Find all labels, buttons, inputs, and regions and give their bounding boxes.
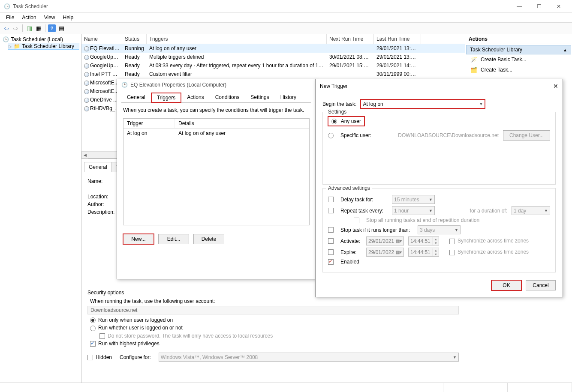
security-hint: When running the task, use the following… (90, 298, 459, 304)
advanced-legend: Advanced settings (326, 185, 372, 191)
prop-dlg-title: EQ Elevation Properties (Local Computer) (130, 82, 226, 88)
chk-sync2 (449, 250, 455, 255)
help-icon[interactable]: ? (48, 24, 56, 32)
delete-button[interactable]: Delete (193, 234, 224, 244)
titlebar: 🕒 Task Scheduler — ☐ ✕ (0, 0, 572, 13)
chk-delay[interactable] (328, 197, 334, 202)
table-row[interactable]: GoogleUpda... Ready Multiple triggers de… (81, 53, 465, 61)
opt-label: Enabled (340, 259, 359, 265)
combo-value: 1 day (514, 208, 526, 214)
tree-root[interactable]: 🕒 Task Scheduler (Local) (2, 36, 79, 43)
repeat-combo: 1 hour▼ (392, 206, 435, 215)
opt-label: Hidden (96, 354, 112, 360)
chk-expire[interactable] (328, 249, 334, 255)
calendar-icon: ▦▾ (396, 239, 402, 243)
dialog-close-icon[interactable]: ✕ (553, 83, 558, 90)
duration-label: for a duration of: (470, 208, 507, 214)
col-name[interactable]: Name (81, 34, 122, 44)
refresh-icon[interactable]: ▥ (25, 24, 33, 32)
opt-label: Stop all running tasks at end of repetit… (366, 217, 479, 223)
ok-button[interactable]: OK (491, 280, 521, 290)
cell: Ready (122, 62, 147, 69)
edit-button[interactable]: Edit... (158, 234, 189, 244)
radio-logged-on[interactable] (90, 317, 96, 323)
col-next[interactable]: Next Run Time (327, 34, 374, 44)
opt-label: Synchronize across time zones (458, 238, 529, 244)
radio-specific-user[interactable] (328, 133, 334, 138)
col-trigger[interactable]: Trigger (123, 119, 175, 128)
menu-action[interactable]: Action (18, 14, 39, 21)
separator (45, 24, 45, 32)
combo-value: Windows Vista™, Windows Server™ 2008 (161, 354, 258, 360)
cancel-button[interactable]: Cancel (526, 280, 556, 290)
opt-label: Run with highest privileges (98, 341, 160, 347)
chevron-down-icon: ▼ (542, 209, 548, 213)
clock-icon: 🕒 (3, 36, 9, 42)
back-icon[interactable]: ⇦ (3, 24, 10, 32)
action-create-basic[interactable]: 🪄 Create Basic Task... (466, 54, 571, 65)
col-status[interactable]: Status (122, 34, 147, 44)
chk-highest-priv[interactable] (90, 341, 96, 347)
menubar: File Action View Help (0, 13, 572, 22)
task-icon (84, 106, 89, 111)
tab-conditions[interactable]: Conditions (210, 93, 245, 103)
tab-settings[interactable]: Settings (245, 93, 274, 103)
table-row[interactable]: GoogleUpda... Ready At 08:33 every day -… (81, 61, 465, 70)
col-last[interactable]: Last Run Time (374, 34, 421, 44)
properties-icon[interactable]: ▦ (35, 24, 42, 32)
chk-stop-long[interactable] (328, 227, 334, 233)
begin-combo[interactable]: At log on ▼ (361, 99, 485, 108)
radio-logged-off[interactable] (90, 326, 96, 331)
combo-value: At log on (363, 101, 383, 107)
tab-general[interactable]: General (84, 162, 112, 172)
spin-up-icon: ▲ (433, 237, 439, 241)
chk-repeat[interactable] (328, 208, 334, 213)
close-button[interactable]: ✕ (549, 0, 569, 13)
tab-general[interactable]: General (121, 93, 151, 103)
opt-label: Synchronize across time zones (458, 249, 529, 255)
col-details[interactable]: Details (175, 119, 309, 128)
separator (22, 24, 23, 32)
chk-activate[interactable] (328, 238, 334, 244)
spin-up-icon: ▲ (433, 248, 439, 252)
task-icon (84, 72, 89, 77)
scroll-left-icon[interactable]: ◀ (81, 152, 88, 159)
chk-no-password (99, 333, 105, 339)
chevron-down-icon: ▼ (476, 102, 483, 106)
chk-sync1 (449, 239, 455, 244)
configure-combo[interactable]: Windows Vista™, Windows Server™ 2008▼ (159, 353, 459, 362)
chk-hidden[interactable] (87, 355, 93, 360)
menu-view[interactable]: View (41, 14, 59, 21)
duration-combo: 1 day▼ (512, 206, 550, 215)
minimize-button[interactable]: — (509, 0, 529, 13)
tab-actions[interactable]: Actions (181, 93, 209, 103)
tree-library[interactable]: ▷ 📁 Task Scheduler Library (8, 43, 79, 50)
date-value: 29/01/2022 (368, 249, 394, 255)
actions-header: Actions (465, 34, 572, 44)
trigger-list[interactable]: Trigger Details At log on At log on of a… (123, 118, 310, 225)
cell: At log on of any user (147, 45, 327, 52)
chevron-up-icon: ▲ (563, 48, 567, 52)
new-button[interactable]: New... (123, 234, 154, 244)
cell: 29/01/2021 13:16:23 (374, 54, 421, 60)
forward-icon[interactable]: ⇨ (12, 24, 20, 32)
opt-label: Do not store password. The task will onl… (108, 333, 273, 339)
menu-help[interactable]: Help (60, 14, 77, 21)
radio-any-user[interactable] (331, 119, 337, 124)
table-row[interactable]: Intel PTT EK... Ready Custom event filte… (81, 70, 465, 78)
maximize-button[interactable]: ☐ (529, 0, 549, 13)
cell: Multiple triggers defined (147, 54, 327, 60)
actions-section-title[interactable]: Task Scheduler Library ▲ (466, 45, 571, 54)
col-triggers[interactable]: Triggers (147, 34, 327, 44)
trigger-row[interactable]: At log on At log on of any user (123, 129, 309, 138)
menu-file[interactable]: File (3, 14, 18, 21)
action-create-task[interactable]: 🗂️ Create Task... (466, 65, 571, 75)
table-row[interactable]: EQ Elevation Running At log on of any us… (81, 44, 465, 53)
panel-icon[interactable]: ▤ (57, 24, 65, 32)
tab-triggers[interactable]: Triggers (151, 93, 182, 103)
chk-enabled[interactable] (328, 259, 334, 265)
cell: MicrosoftE... (90, 80, 119, 86)
tab-history[interactable]: History (275, 93, 302, 103)
chevron-down-icon: ▼ (426, 209, 433, 213)
cell: 29/01/2021 13:16:23 (374, 45, 421, 52)
